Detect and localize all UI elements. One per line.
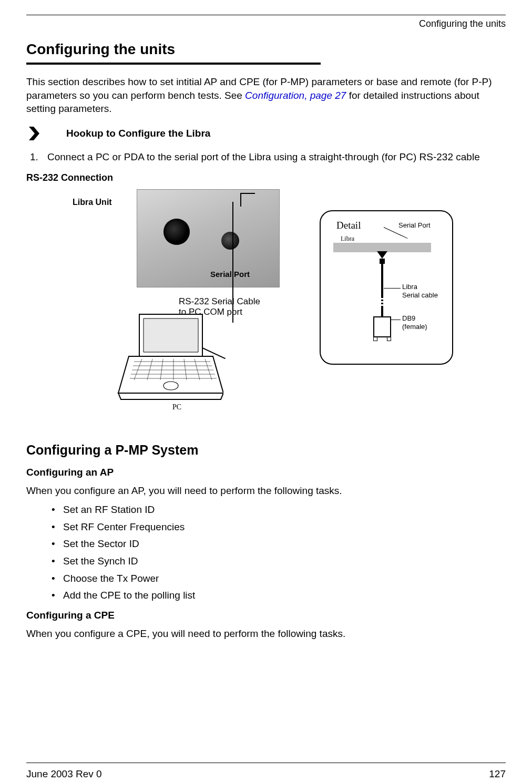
detail-serial-cable-line1: Libra bbox=[402, 283, 417, 291]
detail-title: Detail bbox=[336, 219, 361, 232]
step-list: Connect a PC or PDA to the serial port o… bbox=[26, 150, 506, 164]
ap-task-list: Set an RF Station ID Set RF Center Frequ… bbox=[26, 503, 506, 602]
svg-marker-2 bbox=[144, 318, 198, 352]
detail-libra-label: Libra bbox=[341, 234, 354, 243]
intro-paragraph: This section describes how to set intiti… bbox=[26, 75, 506, 116]
detail-db9-line2: (female) bbox=[402, 323, 427, 331]
label-serial-port: Serial Port bbox=[210, 269, 250, 280]
detail-plug-neck bbox=[380, 259, 385, 264]
serial-port-marker bbox=[240, 193, 255, 207]
detail-leader-cable bbox=[384, 288, 401, 289]
detail-leader-db9 bbox=[390, 320, 401, 320]
serial-port-icon bbox=[221, 232, 239, 250]
connector-port-icon bbox=[163, 219, 190, 245]
detail-plug-icon bbox=[377, 251, 387, 259]
step-1: Connect a PC or PDA to the serial port o… bbox=[41, 150, 506, 164]
footer-date: June 2003 Rev 0 bbox=[26, 767, 102, 781]
title-rule bbox=[26, 63, 321, 65]
svg-marker-17 bbox=[118, 393, 223, 399]
heading-configuring-cpe: Configuring a CPE bbox=[26, 609, 506, 622]
config-link[interactable]: Configuration, page 27 bbox=[245, 90, 346, 101]
label-libra-unit: Libra Unit bbox=[73, 197, 112, 208]
detail-serial-cable-label: Libra Serial cable bbox=[402, 283, 438, 299]
pointer-arrow-icon bbox=[28, 126, 40, 141]
ap-intro-text: When you configure an AP, you will need … bbox=[26, 484, 506, 498]
list-item: Set the Synch ID bbox=[52, 554, 506, 568]
list-item: Choose the Tx Power bbox=[52, 572, 506, 585]
detail-db9-connector-icon bbox=[373, 316, 391, 337]
figure-rs232-connection: Libra Unit Serial Port RS-232 Serial Cab… bbox=[26, 189, 506, 426]
heading-configuring-ap: Configuring an AP bbox=[26, 466, 506, 479]
header-rule bbox=[26, 15, 506, 15]
laptop-icon bbox=[113, 309, 223, 404]
detail-cable-solid bbox=[381, 264, 383, 296]
list-item: Set an RF Station ID bbox=[52, 503, 506, 517]
detail-cable-solid2 bbox=[381, 307, 383, 316]
detail-connector-drawing bbox=[373, 251, 391, 337]
figure-caption: RS-232 Connection bbox=[26, 171, 506, 184]
detail-callout: Detail Serial Port Libra Libra Serial ca… bbox=[320, 210, 453, 365]
list-item: Set RF Center Frequencies bbox=[52, 520, 506, 534]
svg-marker-0 bbox=[29, 127, 39, 140]
svg-point-16 bbox=[163, 382, 178, 390]
detail-cable-dashed bbox=[381, 296, 383, 307]
label-pc: PC bbox=[172, 403, 181, 413]
libra-unit-photo bbox=[137, 189, 280, 287]
footer-page-number: 127 bbox=[489, 767, 506, 781]
label-cable-line1: RS-232 Serial Cable bbox=[179, 296, 260, 306]
procedure-title: Hookup to Configure the Libra bbox=[66, 127, 210, 140]
list-item: Set the Sector ID bbox=[52, 537, 506, 551]
procedure-heading: Hookup to Configure the Libra bbox=[26, 126, 506, 141]
laptop-illustration bbox=[113, 309, 223, 404]
page-footer: June 2003 Rev 0 127 bbox=[26, 763, 506, 781]
detail-db9-label: DB9 (female) bbox=[402, 314, 427, 331]
subsection-pmp: Configuring a P-MP System bbox=[26, 441, 506, 459]
detail-serial-port-label: Serial Port bbox=[398, 221, 431, 230]
running-header: Configuring the units bbox=[26, 17, 506, 30]
page: Configuring the units Configuring the un… bbox=[0, 15, 532, 782]
detail-serial-cable-line2: Serial cable bbox=[402, 291, 438, 299]
cpe-intro-text: When you configure a CPE, you will need … bbox=[26, 627, 506, 641]
list-item: Add the CPE to the polling list bbox=[52, 589, 506, 602]
detail-db9-line1: DB9 bbox=[402, 314, 415, 322]
section-title: Configuring the units bbox=[26, 39, 506, 59]
